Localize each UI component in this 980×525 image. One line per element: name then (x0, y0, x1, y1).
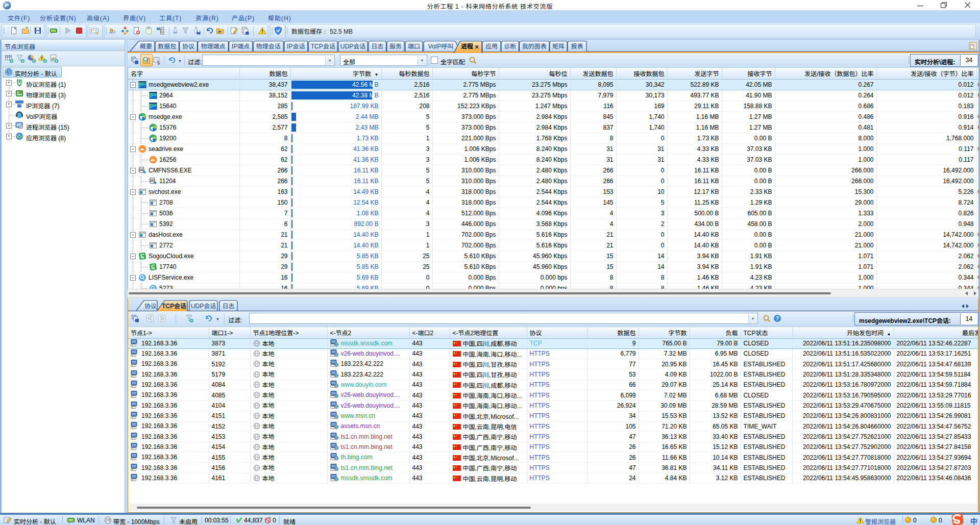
svg-text:物理端点: 物理端点 (201, 43, 225, 50)
svg-text:✕: ✕ (474, 44, 479, 50)
svg-text:应用: 应用 (485, 43, 498, 50)
svg-text:物理会话: 物理会话 (256, 43, 281, 50)
svg-text:?: ? (776, 316, 779, 321)
svg-text:UDP会话: UDP会话 (340, 43, 365, 50)
svg-text:我的图表: 我的图表 (522, 43, 547, 50)
svg-text:进程: 进程 (461, 43, 473, 50)
svg-text:IP会话: IP会话 (287, 43, 305, 50)
svg-text:IP端点: IP端点 (232, 43, 250, 50)
svg-text:矩阵: 矩阵 (552, 43, 565, 50)
svg-text:报表: 报表 (571, 43, 583, 50)
svg-text:TCP会话: TCP会话 (162, 303, 186, 310)
svg-text:服务: 服务 (389, 43, 402, 50)
svg-text:数据包: 数据包 (158, 43, 176, 50)
svg-text:W: W (18, 135, 21, 138)
svg-text:协议: 协议 (182, 43, 194, 50)
svg-text:TCP会话: TCP会话 (311, 43, 335, 50)
svg-text:UDP会话: UDP会话 (191, 303, 216, 310)
svg-text:协议: 协议 (144, 303, 157, 310)
svg-text:日志: 日志 (371, 43, 383, 50)
svg-text:诊断: 诊断 (504, 43, 516, 50)
svg-text:概要: 概要 (140, 43, 152, 50)
svg-text:端口: 端口 (408, 43, 420, 50)
svg-text:VoIP呼叫: VoIP呼叫 (428, 43, 453, 50)
svg-text:日志: 日志 (222, 303, 234, 310)
